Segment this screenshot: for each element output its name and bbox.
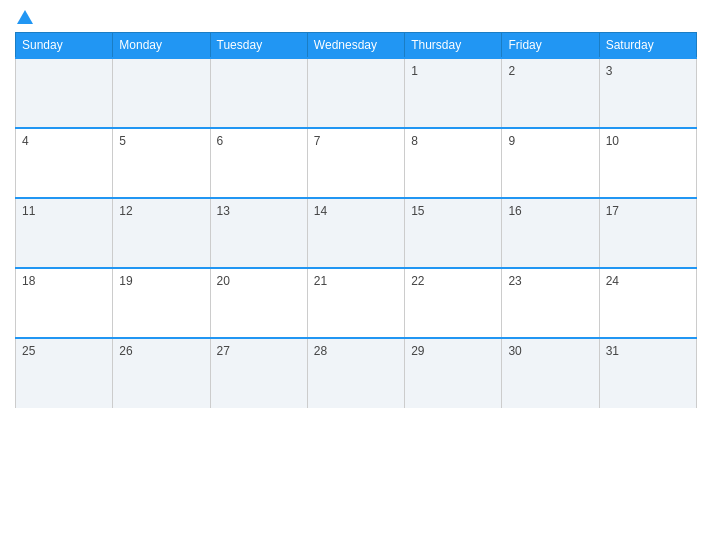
logo [15,10,33,26]
calendar-cell: 20 [210,268,307,338]
calendar-cell: 3 [599,58,696,128]
day-number: 6 [217,134,224,148]
day-number: 12 [119,204,132,218]
day-number: 9 [508,134,515,148]
calendar-week-row: 25262728293031 [16,338,697,408]
day-number: 2 [508,64,515,78]
day-number: 23 [508,274,521,288]
weekday-header-tuesday: Tuesday [210,33,307,59]
calendar-table: SundayMondayTuesdayWednesdayThursdayFrid… [15,32,697,408]
day-number: 19 [119,274,132,288]
weekday-header-thursday: Thursday [405,33,502,59]
day-number: 16 [508,204,521,218]
calendar-cell: 13 [210,198,307,268]
day-number: 28 [314,344,327,358]
calendar-cell: 29 [405,338,502,408]
weekday-header-monday: Monday [113,33,210,59]
logo-triangle-icon [17,10,33,24]
calendar-cell: 17 [599,198,696,268]
day-number: 3 [606,64,613,78]
day-number: 4 [22,134,29,148]
calendar-cell: 4 [16,128,113,198]
calendar-header [15,10,697,26]
calendar-cell: 2 [502,58,599,128]
day-number: 21 [314,274,327,288]
day-number: 29 [411,344,424,358]
calendar-cell: 1 [405,58,502,128]
calendar-cell: 18 [16,268,113,338]
calendar-cell: 24 [599,268,696,338]
calendar-week-row: 11121314151617 [16,198,697,268]
day-number: 5 [119,134,126,148]
calendar-cell: 11 [16,198,113,268]
weekday-header-saturday: Saturday [599,33,696,59]
day-number: 24 [606,274,619,288]
calendar-cell [307,58,404,128]
day-number: 18 [22,274,35,288]
calendar-cell: 22 [405,268,502,338]
calendar-cell [113,58,210,128]
day-number: 22 [411,274,424,288]
day-number: 25 [22,344,35,358]
calendar-cell: 28 [307,338,404,408]
day-number: 7 [314,134,321,148]
calendar-cell: 12 [113,198,210,268]
calendar-cell: 9 [502,128,599,198]
weekday-header-wednesday: Wednesday [307,33,404,59]
calendar-cell: 19 [113,268,210,338]
calendar-cell: 6 [210,128,307,198]
weekday-header-sunday: Sunday [16,33,113,59]
day-number: 13 [217,204,230,218]
calendar-cell: 25 [16,338,113,408]
calendar-cell: 10 [599,128,696,198]
calendar-cell: 14 [307,198,404,268]
calendar-cell: 30 [502,338,599,408]
calendar-cell [210,58,307,128]
calendar-cell: 8 [405,128,502,198]
day-number: 11 [22,204,35,218]
day-number: 1 [411,64,418,78]
calendar-cell: 31 [599,338,696,408]
day-number: 31 [606,344,619,358]
day-number: 8 [411,134,418,148]
day-number: 27 [217,344,230,358]
calendar-week-row: 18192021222324 [16,268,697,338]
weekday-header-friday: Friday [502,33,599,59]
calendar-week-row: 45678910 [16,128,697,198]
day-number: 14 [314,204,327,218]
weekday-header-row: SundayMondayTuesdayWednesdayThursdayFrid… [16,33,697,59]
calendar-cell: 5 [113,128,210,198]
day-number: 15 [411,204,424,218]
calendar-cell: 21 [307,268,404,338]
day-number: 17 [606,204,619,218]
calendar-cell: 7 [307,128,404,198]
calendar-cell: 16 [502,198,599,268]
calendar-week-row: 123 [16,58,697,128]
calendar-cell: 15 [405,198,502,268]
calendar-page: SundayMondayTuesdayWednesdayThursdayFrid… [0,0,712,550]
day-number: 26 [119,344,132,358]
day-number: 30 [508,344,521,358]
day-number: 20 [217,274,230,288]
calendar-cell: 23 [502,268,599,338]
day-number: 10 [606,134,619,148]
calendar-cell: 26 [113,338,210,408]
calendar-cell: 27 [210,338,307,408]
calendar-cell [16,58,113,128]
